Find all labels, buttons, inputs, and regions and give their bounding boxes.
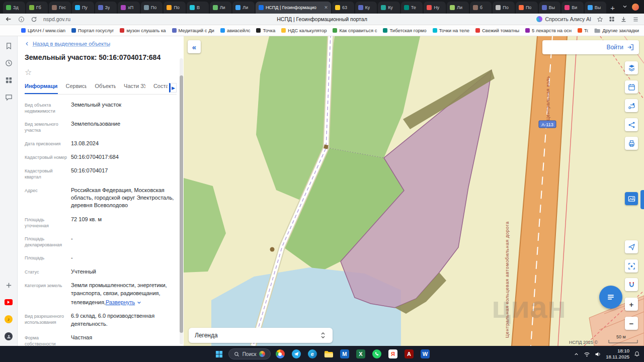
bookmark-item[interactable]: авиасейлс	[220, 28, 251, 33]
bookmark-item[interactable]: Свежий томатны	[475, 28, 519, 33]
explorer-icon[interactable]	[321, 347, 335, 361]
browser-tab[interactable]: Ли	[210, 2, 232, 14]
browser-tab[interactable]: Ли	[447, 2, 469, 14]
layers-button[interactable]	[625, 61, 638, 74]
network-icon[interactable]	[584, 351, 590, 357]
volume-icon[interactable]	[595, 351, 601, 357]
browser-tab[interactable]: Ви	[561, 2, 584, 14]
browser-profile-avatar[interactable]	[632, 4, 639, 11]
bookmark-star-icon[interactable]	[597, 16, 603, 23]
browser-tab[interactable]: Зд	[3, 2, 25, 14]
bookmark-item[interactable]: Портал госуслуг	[71, 28, 114, 33]
bookmark-item[interactable]: Точка	[256, 28, 275, 33]
start-button[interactable]	[212, 347, 226, 361]
bookmark-item[interactable]: Тибетская гормо	[383, 28, 426, 33]
browser-tab[interactable]: хП	[118, 2, 140, 14]
panel-tab[interactable]: Части ЗУ	[124, 83, 145, 94]
panel-tab[interactable]: Объекты	[95, 83, 116, 94]
browser-tab[interactable]: б	[470, 2, 492, 14]
plus-icon[interactable]	[4, 281, 13, 290]
panel-tab[interactable]: Соста	[153, 83, 168, 94]
browser-tab[interactable]: Пу	[72, 2, 94, 14]
panel-scrollbar-thumb[interactable]	[180, 75, 183, 333]
browser-tab[interactable]: Те	[401, 2, 423, 14]
browser-tab[interactable]: Ли	[232, 2, 255, 14]
ask-alice-button[interactable]: Спросить Алису AI	[536, 16, 591, 22]
browser-tab-active[interactable]: НСПД | Геоинформацио✕	[256, 2, 331, 14]
share-button[interactable]	[625, 118, 638, 131]
panel-scrollbar[interactable]	[180, 58, 183, 344]
music-icon[interactable]: ♪	[4, 315, 13, 324]
bookmark-item[interactable]: музон слушать ка	[120, 28, 166, 33]
telegram-icon[interactable]	[289, 347, 303, 361]
profile-icon[interactable]	[4, 332, 13, 341]
other-bookmarks-button[interactable]: Другие закладки	[594, 28, 639, 33]
bookmark-item[interactable]: Точечный	[578, 28, 588, 33]
taskbar-clock[interactable]: 18:10 18.11.2025	[606, 348, 629, 360]
bookmark-item[interactable]: Медитаций с Ди	[172, 28, 214, 33]
map-canvas[interactable]: циан Центральная кольцевая автомобильная…	[184, 36, 644, 346]
back-icon[interactable]	[5, 16, 12, 23]
chat-icon[interactable]	[4, 93, 13, 102]
whatsapp-icon[interactable]	[370, 347, 383, 361]
panel-tab[interactable]: Сервисы	[66, 83, 87, 94]
panorama-button[interactable]	[625, 192, 638, 205]
word-icon[interactable]: W	[418, 347, 432, 361]
zoom-out-button[interactable]: −	[625, 317, 638, 330]
tray-chevron-up-icon[interactable]	[574, 351, 579, 357]
site-info-icon[interactable]	[18, 16, 25, 23]
tabs-scroll-right-button[interactable]: ▶	[169, 83, 177, 93]
browser-tab[interactable]: Ну	[424, 2, 446, 14]
url-text[interactable]: nspd.gov.ru	[43, 16, 70, 22]
browser-tab[interactable]: 63	[332, 2, 354, 14]
map-area[interactable]: циан Центральная кольцевая автомобильная…	[184, 36, 644, 346]
snap-button[interactable]	[625, 278, 638, 291]
downloads-icon[interactable]	[620, 16, 627, 23]
reload-icon[interactable]	[31, 16, 37, 23]
extensions-icon[interactable]	[609, 16, 615, 22]
browser-tab[interactable]: В	[187, 2, 209, 14]
bookmark-item[interactable]: 5 лекарств на осн	[525, 28, 572, 33]
acrobat-icon[interactable]: A	[402, 347, 416, 361]
browser-tab[interactable]: По	[493, 2, 515, 14]
calendar-button[interactable]	[625, 80, 638, 94]
back-link[interactable]: Назад в выделенные объекты	[25, 41, 177, 47]
browser-tab[interactable]: По	[516, 2, 538, 14]
history-icon[interactable]	[4, 58, 13, 67]
zoom-in-button[interactable]: +	[625, 298, 638, 311]
browser-tab[interactable]: Гес	[49, 2, 71, 14]
yandex-icon[interactable]: Я	[386, 347, 399, 361]
login-button[interactable]: Войти	[542, 40, 639, 54]
legend-dropdown[interactable]: Легенда	[189, 328, 333, 343]
panorama-edge-tab[interactable]	[640, 190, 644, 209]
youtube-icon[interactable]	[4, 298, 13, 307]
panel-tab[interactable]: Информация	[25, 83, 58, 94]
tiles-icon[interactable]	[4, 75, 13, 84]
browser-tab[interactable]: По	[141, 2, 163, 14]
feedback-chat-button[interactable]	[599, 286, 622, 309]
bookmark-item[interactable]: НДС калькулятор	[281, 28, 327, 33]
bookmark-item[interactable]: Точки на теле	[433, 28, 469, 33]
browser-tab[interactable]: По	[164, 2, 186, 14]
browser-tab[interactable]: Гб	[26, 2, 48, 14]
locate-button[interactable]	[625, 240, 638, 253]
browser-tab[interactable]: Зу	[95, 2, 117, 14]
print-button[interactable]	[625, 137, 638, 150]
route-button[interactable]	[625, 99, 638, 112]
excel-icon[interactable]: X	[354, 347, 367, 361]
browser-circle-icon[interactable]	[273, 347, 287, 361]
bookmark-item[interactable]: Как справиться с	[333, 28, 377, 33]
menu-icon[interactable]	[632, 16, 639, 23]
new-tab-button[interactable]: +	[606, 4, 619, 14]
taskbar-search[interactable]: Поиск	[228, 348, 271, 359]
collapse-panel-button[interactable]: «	[188, 40, 201, 53]
browser-tab[interactable]: Вы	[539, 2, 561, 14]
bookmark-item[interactable]: ЦИАН / www.cian	[21, 28, 65, 33]
favorite-star-icon[interactable]: ☆	[25, 68, 32, 76]
bookmark-icon[interactable]	[4, 41, 13, 50]
tab-search-chevron-icon[interactable]	[622, 3, 628, 12]
mail-icon[interactable]: M	[338, 347, 351, 361]
browser-tab[interactable]: Ку	[355, 2, 377, 14]
notifications-icon[interactable]	[634, 351, 640, 357]
expand-link[interactable]: Развернуть	[106, 299, 141, 306]
